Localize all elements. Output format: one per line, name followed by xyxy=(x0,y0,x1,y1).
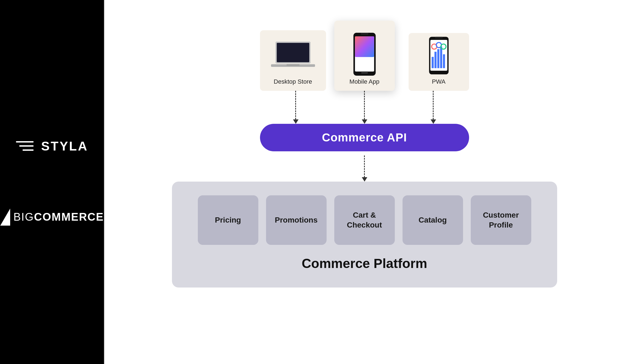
customer-profile-card: Customer Profile xyxy=(471,195,531,245)
laptop-icon xyxy=(271,35,315,75)
pricing-label: Pricing xyxy=(215,215,241,225)
svg-rect-13 xyxy=(437,49,439,68)
pwa-dashed-line xyxy=(433,91,434,119)
desktop-label: Desktop Store xyxy=(274,78,312,85)
pwa-label: PWA xyxy=(432,78,445,85)
pwa-phone-svg xyxy=(428,36,450,75)
mobile-arrow-head xyxy=(362,119,367,124)
styla-brand-text: STYLA xyxy=(41,139,88,154)
styla-lines-icon xyxy=(16,141,34,151)
cart-checkout-label: Cart &Checkout xyxy=(347,210,382,230)
pwa-arrow xyxy=(431,91,436,124)
svg-rect-11 xyxy=(431,57,433,68)
phone-svg xyxy=(352,32,377,76)
catalog-label: Catalog xyxy=(418,215,447,225)
catalog-card: Catalog xyxy=(403,195,463,245)
bigcommerce-logo: BIGCOMMERCE xyxy=(0,209,104,226)
cart-checkout-card: Cart &Checkout xyxy=(334,195,395,245)
sidebar: STYLA BIGCOMMERCE xyxy=(0,0,104,364)
styla-logo: STYLA xyxy=(16,139,88,154)
pwa-device-card: PWA xyxy=(409,33,469,91)
big-text: BIG xyxy=(13,211,34,223)
commerce-text: COMMERCE xyxy=(34,211,104,223)
mobile-dashed-line xyxy=(364,91,365,119)
pwa-phone-icon xyxy=(417,36,461,75)
platform-title: Commerce Platform xyxy=(302,256,427,271)
promotions-card: Promotions xyxy=(266,195,327,245)
pricing-card: Pricing xyxy=(198,195,258,245)
mobile-label: Mobile App xyxy=(349,78,379,85)
commerce-api-bar: Commerce API xyxy=(260,124,469,151)
svg-rect-7 xyxy=(360,33,368,35)
bigcommerce-triangle-icon xyxy=(0,209,10,226)
pwa-arrow-head xyxy=(431,119,436,124)
mobile-device-card: Mobile App xyxy=(334,21,395,91)
svg-rect-12 xyxy=(434,52,436,68)
phone-icon xyxy=(343,34,387,75)
platform-services-row: Pricing Promotions Cart &Checkout Catalo… xyxy=(186,195,543,245)
svg-rect-6 xyxy=(355,36,374,57)
svg-rect-15 xyxy=(443,54,445,68)
api-to-platform-arrow xyxy=(362,151,367,182)
commerce-platform-box: Pricing Promotions Cart &Checkout Catalo… xyxy=(172,182,557,288)
devices-row: Desktop Store xyxy=(260,17,469,91)
arrows-to-api xyxy=(260,91,469,124)
customer-profile-label: Customer Profile xyxy=(476,210,526,230)
commerce-api-label: Commerce API xyxy=(322,131,407,144)
bigcommerce-brand-text: BIGCOMMERCE xyxy=(13,211,104,223)
mobile-arrow xyxy=(362,91,367,124)
laptop-svg xyxy=(271,40,315,70)
svg-rect-3 xyxy=(286,64,300,65)
svg-rect-14 xyxy=(440,46,442,68)
desktop-arrow-head xyxy=(293,119,299,124)
svg-rect-19 xyxy=(435,37,443,39)
main-content: Desktop Store xyxy=(105,0,624,364)
api-platform-arrow-head xyxy=(362,177,367,182)
svg-rect-1 xyxy=(277,43,309,62)
desktop-device-card: Desktop Store xyxy=(260,30,326,91)
svg-rect-8 xyxy=(361,72,368,73)
desktop-dashed-line xyxy=(295,91,296,119)
promotions-label: Promotions xyxy=(275,215,318,225)
api-platform-dashed-line xyxy=(364,155,365,177)
architecture-diagram: Desktop Store xyxy=(133,17,596,288)
desktop-arrow xyxy=(293,91,299,124)
